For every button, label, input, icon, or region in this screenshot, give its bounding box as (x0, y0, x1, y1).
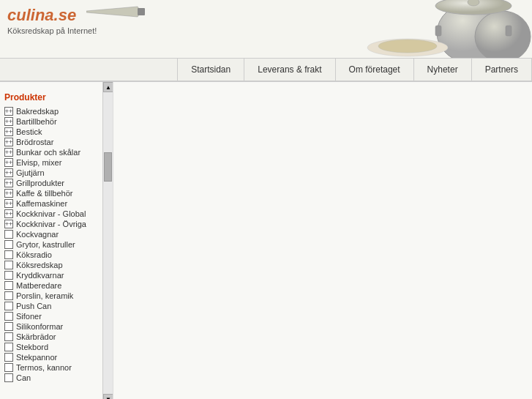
sidebar-item-icon: + (4, 107, 13, 116)
sidebar-title: Produkter (3, 92, 101, 102)
sidebar-item[interactable]: Grytor, kastruller (3, 239, 101, 250)
sidebar-item-label: Gjutjärn (16, 168, 45, 177)
sidebar-item-label: Stekbord (16, 343, 48, 351)
sidebar-item[interactable]: Köksredskap (3, 260, 101, 270)
logo-tagline: Köksredskap på Internet! (7, 26, 97, 35)
scroll-track (103, 92, 113, 394)
sidebar-item-label: Grytor, kastruller (16, 240, 75, 249)
sidebar-item-icon: + (4, 209, 13, 218)
sidebar-item-icon (4, 230, 13, 239)
sidebar-item-icon: + (4, 189, 13, 198)
main-content (113, 82, 532, 399)
header-decoration (327, 0, 532, 59)
nav-partners[interactable]: Partners (471, 59, 532, 81)
sidebar-items-container: +Bakredskap+Bartillbehör+Bestick+Brödros… (3, 106, 101, 383)
scroll-thumb[interactable] (104, 152, 112, 182)
sidebar-item[interactable]: Push Can (3, 301, 101, 311)
sidebar-item-icon (4, 312, 13, 321)
sidebar-item-label: Elvisp, mixer (16, 158, 61, 167)
sidebar-item-label: Bartillbehör (16, 117, 57, 126)
sidebar-item[interactable]: Kryddkvarnar (3, 270, 101, 280)
sidebar-item-label: Kaffe & tillbehör (16, 189, 72, 198)
sidebar-item-icon (4, 281, 13, 290)
sidebar-content: Produkter +Bakredskap+Bartillbehör+Besti… (0, 88, 113, 387)
sidebar-item-label: Sifoner (16, 312, 42, 321)
sidebar-item[interactable]: Porslin, keramik (3, 291, 101, 301)
logo-text[interactable]: culina.se (7, 6, 97, 25)
sidebar-item-label: Push Can (16, 302, 51, 310)
sidebar-item[interactable]: +Bunkar och skålar (3, 147, 101, 157)
sidebar-item-icon (4, 332, 13, 341)
sidebar-item-icon (4, 271, 13, 280)
svg-rect-6 (435, 26, 441, 36)
sidebar-item-icon: + (4, 179, 13, 187)
sidebar-item-label: Köksredskap (16, 261, 63, 269)
sidebar-item-icon: + (4, 158, 13, 167)
sidebar-item-icon (4, 363, 13, 372)
sidebar-item-icon (4, 240, 13, 249)
sidebar-item-label: Porslin, keramik (16, 291, 73, 300)
sidebar-item[interactable]: +Kockknivar - Övriga (3, 219, 101, 229)
sidebar-item[interactable]: +Bestick (3, 127, 101, 137)
sidebar-item[interactable]: +Bakredskap (3, 106, 101, 116)
sidebar-item-icon: + (4, 148, 13, 157)
sidebar-item[interactable]: Skärbrädor (3, 332, 101, 342)
sidebar-item-icon: + (4, 138, 13, 146)
sidebar: Produkter +Bakredskap+Bartillbehör+Besti… (0, 82, 113, 399)
sidebar-item[interactable]: Kockvagnar (3, 229, 101, 239)
scroll-up-button[interactable]: ▲ (103, 82, 113, 92)
sidebar-item-label: Skärbrädor (16, 332, 56, 341)
svg-point-9 (378, 40, 437, 53)
knife-icon (86, 4, 145, 22)
sidebar-item[interactable]: Silikonformar (3, 321, 101, 332)
sidebar-item[interactable]: +Kockknivar - Global (3, 209, 101, 219)
nav-nyheter[interactable]: Nyheter (413, 59, 471, 81)
sidebar-item-icon (4, 291, 13, 300)
sidebar-item[interactable]: +Elvisp, mixer (3, 157, 101, 168)
sidebar-item-icon: + (4, 220, 13, 228)
sidebar-item[interactable]: Can (3, 373, 101, 383)
sidebar-item-label: Silikonformar (16, 322, 63, 331)
site-header: culina.se Köksredskap på Internet! (0, 0, 532, 59)
sidebar-item-icon: + (4, 127, 13, 136)
sidebar-item[interactable]: +Gjutjärn (3, 168, 101, 178)
sidebar-item-label: Grillprodukter (16, 179, 64, 187)
sidebar-item-label: Brödrostar (16, 138, 53, 146)
nav-startsidan[interactable]: Startsidan (177, 59, 244, 81)
sidebar-item-icon (4, 353, 13, 362)
sidebar-item[interactable]: Matberedare (3, 280, 101, 291)
sidebar-item[interactable]: Termos, kannor (3, 362, 101, 373)
svg-rect-1 (138, 8, 145, 15)
sidebar-item-icon (4, 343, 13, 351)
sidebar-item-label: Bestick (16, 127, 42, 136)
sidebar-item-icon (4, 250, 13, 259)
sidebar-item-icon: + (4, 199, 13, 208)
sidebar-item[interactable]: +Kaffe & tillbehör (3, 188, 101, 198)
sidebar-item-icon: + (4, 117, 13, 126)
sidebar-item-label: Kockvagnar (16, 230, 59, 239)
sidebar-item[interactable]: +Bartillbehör (3, 116, 101, 127)
sidebar-item-label: Bakredskap (16, 107, 59, 116)
sidebar-item-label: Kockknivar - Global (16, 209, 86, 218)
sidebar-item[interactable]: Stekpannor (3, 352, 101, 362)
sidebar-item-label: Kockknivar - Övriga (16, 220, 86, 228)
navigation-bar: Startsidan Leverans & frakt Om företaget… (0, 59, 532, 82)
sidebar-item[interactable]: Köksradio (3, 250, 101, 260)
svg-marker-0 (86, 7, 141, 17)
sidebar-item-label: Stekpannor (16, 353, 57, 362)
sidebar-item[interactable]: +Grillprodukter (3, 178, 101, 188)
main-layout: Produkter +Bakredskap+Bartillbehör+Besti… (0, 82, 532, 399)
sidebar-item[interactable]: Stekbord (3, 342, 101, 352)
nav-om-foretaget[interactable]: Om företaget (335, 59, 413, 81)
scroll-down-button[interactable]: ▼ (103, 394, 113, 399)
svg-rect-7 (506, 26, 512, 36)
nav-leverans[interactable]: Leverans & frakt (244, 59, 334, 81)
sidebar-item[interactable]: +Kaffemaskiner (3, 198, 101, 209)
sidebar-item-label: Termos, kannor (16, 363, 72, 372)
sidebar-item[interactable]: Sifoner (3, 311, 101, 321)
sidebar-scrollbar[interactable]: ▲ ▼ (102, 82, 113, 399)
sidebar-item-label: Kryddkvarnar (16, 271, 64, 280)
sidebar-item-label: Kaffemaskiner (16, 199, 67, 208)
sidebar-item-label: Can (16, 373, 31, 382)
sidebar-item[interactable]: +Brödrostar (3, 137, 101, 147)
